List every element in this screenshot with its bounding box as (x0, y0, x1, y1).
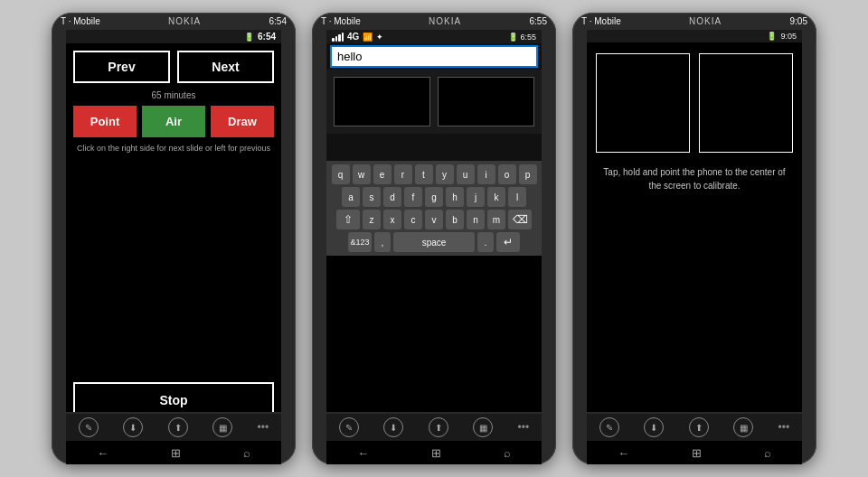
key-e[interactable]: e (373, 164, 392, 184)
taskbar2-edit-icon[interactable]: ✎ (339, 417, 359, 437)
taskbar3-download-icon[interactable]: ⬇ (644, 417, 664, 437)
taskbar-download-icon[interactable]: ⬇ (123, 417, 143, 437)
draw-button[interactable]: Draw (211, 106, 274, 137)
key-s[interactable]: s (363, 187, 381, 207)
key-w[interactable]: w (353, 164, 371, 184)
air-button[interactable]: Air (142, 106, 205, 137)
phone2-battery: 🔋 (508, 33, 518, 42)
key-backspace[interactable]: ⌫ (508, 210, 532, 229)
phone3-brand: NOKIA (689, 16, 722, 26)
taskbar-upload-icon[interactable]: ⬆ (168, 417, 188, 437)
phone2-boxes-row (326, 70, 542, 134)
search-icon[interactable]: ⌕ (243, 446, 250, 460)
key-n[interactable]: n (467, 210, 485, 229)
phone2-status-right: 🔋 6:55 (508, 33, 536, 42)
back3-icon[interactable]: ← (618, 446, 629, 460)
key-b[interactable]: b (446, 210, 464, 229)
key-enter[interactable]: ↵ (496, 232, 520, 252)
key-u[interactable]: u (457, 164, 475, 184)
phone1-main-content: Prev Next 65 minutes Point Air Draw Clic… (66, 43, 281, 412)
phone3-status: 9:05 (790, 16, 807, 26)
home3-icon[interactable]: ⊞ (692, 446, 702, 460)
phone2-content-area (326, 134, 542, 161)
phone2-top-bar: T · Mobile NOKIA 6:55 (312, 13, 556, 28)
keyboard-row-3: ⇧ z x c v b n m ⌫ (328, 210, 540, 229)
box-right (438, 77, 534, 126)
key-c[interactable]: c (404, 210, 422, 229)
text-input[interactable] (332, 47, 536, 66)
phone2-taskbar: ✎ ⬇ ⬆ ▦ ••• (326, 414, 542, 441)
phone1-top-bar: T · Mobile NOKIA 6:54 (52, 13, 296, 28)
key-h[interactable]: h (446, 187, 464, 207)
phone2-status-left: 4G 📶 ✦ (332, 32, 383, 42)
taskbar3-edit-icon[interactable]: ✎ (599, 417, 619, 437)
taskbar2-grid-icon[interactable]: ▦ (473, 417, 493, 437)
minutes-label: 65 minutes (152, 90, 196, 100)
keyboard-row-2: a s d f g h j k l (328, 187, 540, 207)
home-icon[interactable]: ⊞ (171, 446, 181, 460)
phone3-taskbar: ✎ ⬇ ⬆ ▦ ••• (587, 414, 802, 441)
key-j[interactable]: j (467, 187, 485, 207)
keyboard-row-1: q w e r t y u i o p (328, 164, 540, 184)
phone3-boxes-area (587, 42, 802, 158)
key-comma[interactable]: , (374, 232, 391, 252)
taskbar2-download-icon[interactable]: ⬇ (383, 417, 403, 437)
stop-button[interactable]: Stop (73, 382, 274, 412)
calibration-box-right (699, 53, 793, 153)
key-x[interactable]: x (383, 210, 401, 229)
search2-icon[interactable]: ⌕ (504, 446, 511, 460)
phone1-carrier: T · Mobile (61, 16, 100, 26)
key-i[interactable]: i (477, 164, 495, 184)
key-a[interactable]: a (342, 187, 360, 207)
phone2-brand: NOKIA (429, 16, 461, 26)
key-v[interactable]: v (425, 210, 443, 229)
back-icon[interactable]: ← (97, 446, 108, 460)
key-l[interactable]: l (508, 187, 526, 207)
key-q[interactable]: q (332, 164, 350, 184)
key-m[interactable]: m (487, 210, 505, 229)
phone-1: T · Mobile NOKIA 6:54 🔋 6:54 Prev Next 6… (52, 13, 296, 464)
4g-label: 4G (347, 32, 359, 42)
calibration-hint: Tap, hold and point the phone to the cen… (587, 158, 802, 200)
taskbar-edit-icon[interactable]: ✎ (79, 417, 99, 437)
box-left (334, 77, 430, 126)
back2-icon[interactable]: ← (357, 446, 369, 460)
taskbar-grid-icon[interactable]: ▦ (212, 417, 232, 437)
key-k[interactable]: k (487, 187, 505, 207)
phone3-time-display: 9:05 (780, 32, 797, 41)
phone2-nav-bar: ← ⊞ ⌕ (326, 441, 542, 464)
prev-button[interactable]: Prev (73, 51, 170, 83)
phone1-status: 6:54 (269, 16, 287, 26)
key-r[interactable]: r (394, 164, 412, 184)
taskbar2-upload-icon[interactable]: ⬆ (429, 417, 448, 437)
key-space[interactable]: space (393, 232, 475, 252)
key-num[interactable]: &123 (348, 232, 372, 252)
phone3-carrier: T · Mobile (581, 16, 621, 26)
search3-icon[interactable]: ⌕ (764, 446, 771, 460)
phone1-nav-bar: ← ⊞ ⌕ (66, 441, 281, 464)
key-o[interactable]: o (498, 164, 516, 184)
key-f[interactable]: f (404, 187, 422, 207)
point-button[interactable]: Point (73, 106, 137, 137)
key-z[interactable]: z (363, 210, 381, 229)
taskbar3-upload-icon[interactable]: ⬆ (689, 417, 709, 437)
next-button[interactable]: Next (177, 51, 274, 83)
phone2-time-display: 6:55 (520, 33, 536, 42)
taskbar-more-icon[interactable]: ••• (258, 421, 269, 434)
home2-icon[interactable]: ⊞ (431, 446, 441, 460)
taskbar2-more-icon[interactable]: ••• (518, 421, 530, 434)
taskbar3-more-icon[interactable]: ••• (778, 421, 790, 434)
signal-icon (332, 33, 344, 42)
phone3-top-bar: T · Mobile NOKIA 9:05 (572, 13, 816, 28)
key-y[interactable]: y (436, 164, 454, 184)
taskbar3-grid-icon[interactable]: ▦ (733, 417, 753, 437)
phone2-status: 6:55 (530, 16, 547, 26)
keyboard: q w e r t y u i o p a s d f g h j k l (326, 161, 542, 256)
key-t[interactable]: t (415, 164, 433, 184)
key-d[interactable]: d (383, 187, 401, 207)
key-g[interactable]: g (425, 187, 443, 207)
key-shift[interactable]: ⇧ (336, 210, 360, 229)
key-p[interactable]: p (519, 164, 537, 184)
phone1-time: 6:54 (269, 16, 287, 26)
key-period[interactable]: . (477, 232, 494, 252)
